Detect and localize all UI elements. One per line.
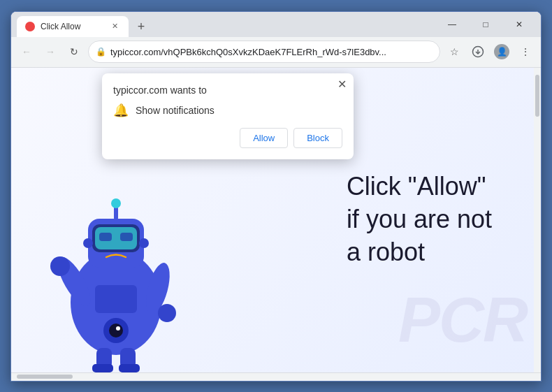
popup-close-button[interactable]: ✕ <box>337 79 347 90</box>
svg-point-15 <box>50 256 70 276</box>
allow-button[interactable]: Allow <box>240 128 288 148</box>
refresh-button[interactable]: ↻ <box>64 42 84 61</box>
active-tab[interactable]: Click Allow ✕ <box>17 16 129 37</box>
block-button[interactable]: Block <box>293 128 342 148</box>
lock-icon: 🔒 <box>96 47 106 57</box>
toolbar: ← → ↻ 🔒 typiccor.com/vhQPBk6kchQ0sXvkzKD… <box>11 37 541 68</box>
svg-rect-3 <box>95 285 137 313</box>
scrollbar-horizontal[interactable] <box>11 372 541 381</box>
svg-rect-11 <box>120 233 133 241</box>
browser-window: Click Allow ✕ + — □ ✕ ← → ↻ 🔒 typiccor.c… <box>10 11 542 382</box>
close-button[interactable]: ✕ <box>503 14 535 35</box>
minimize-button[interactable]: — <box>436 14 468 35</box>
menu-button[interactable]: ⋮ <box>516 42 535 61</box>
forward-button[interactable]: → <box>41 42 60 61</box>
permission-popup: ✕ typiccor.com wants to 🔔 Show notificat… <box>102 73 354 159</box>
scrollbar-vertical[interactable] <box>534 68 541 372</box>
download-icon[interactable] <box>468 42 488 61</box>
svg-point-6 <box>116 326 120 331</box>
title-bar: Click Allow ✕ + — □ ✕ <box>11 12 541 37</box>
page-content: PCR <box>11 68 541 372</box>
svg-point-23 <box>139 238 149 248</box>
cta-container: Click "Allow" if you are not a robot <box>347 170 492 268</box>
svg-point-5 <box>109 324 123 337</box>
permission-text: Show notifications <box>136 105 215 116</box>
svg-point-13 <box>111 198 121 208</box>
bell-icon: 🔔 <box>113 103 129 118</box>
tab-area: Click Allow ✕ + <box>17 12 433 37</box>
tab-close-button[interactable]: ✕ <box>109 21 120 32</box>
tab-title: Click Allow <box>41 22 103 31</box>
scrollbar-thumb[interactable] <box>535 75 539 117</box>
new-tab-button[interactable]: + <box>131 17 151 37</box>
watermark: PCR <box>398 289 527 351</box>
profile-avatar: 👤 <box>494 44 509 59</box>
popup-buttons: Allow Block <box>113 128 342 148</box>
svg-rect-20 <box>92 364 113 372</box>
back-button[interactable]: ← <box>17 42 36 61</box>
popup-title: typiccor.com wants to <box>113 85 342 96</box>
window-controls: — □ ✕ <box>436 14 535 35</box>
popup-permission-row: 🔔 Show notifications <box>113 103 342 118</box>
svg-point-22 <box>83 238 93 248</box>
cta-text: Click "Allow" if you are not a robot <box>347 170 492 268</box>
address-bar[interactable]: 🔒 typiccor.com/vhQPBk6kchQ0sXvkzKDaeK7FL… <box>88 41 440 63</box>
tab-favicon <box>25 22 35 31</box>
robot-illustration <box>39 149 193 372</box>
profile-button[interactable]: 👤 <box>492 42 511 61</box>
address-text: typiccor.com/vhQPBk6kchQ0sXvkzKDaeK7FLEr… <box>110 47 433 57</box>
svg-rect-10 <box>99 233 112 241</box>
scrollbar-h-thumb[interactable] <box>17 375 73 379</box>
maximize-button[interactable]: □ <box>470 14 502 35</box>
bookmark-icon[interactable]: ☆ <box>444 42 464 61</box>
svg-rect-21 <box>119 364 140 372</box>
svg-point-17 <box>158 304 176 322</box>
